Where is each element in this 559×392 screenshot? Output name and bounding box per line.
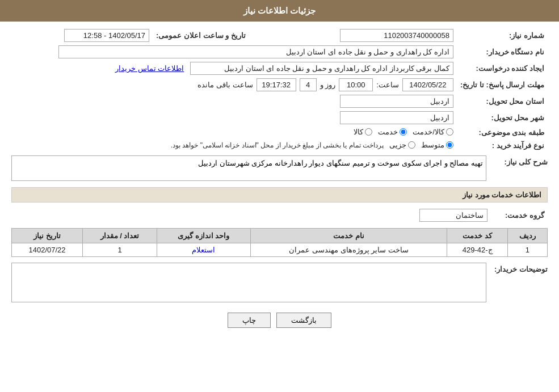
deadline-time: 10:00	[339, 78, 373, 91]
reference-number-label: شماره نیاز:	[457, 27, 548, 44]
radio-kala-input[interactable]	[365, 128, 372, 136]
deadline-row: 1402/05/22 ساعت: 10:00 روز و 4 19:17:32 …	[11, 77, 457, 93]
purchase-type-note: پرداخت تمام یا بخشی از مبلغ خریدار از مح…	[171, 141, 384, 149]
deadline-remaining: 19:17:32	[257, 78, 296, 91]
service-group-label: گروه خدمت:	[491, 207, 548, 224]
description-section: شرح کلی نیاز:	[11, 155, 548, 183]
cell-unit: استعلام	[157, 243, 250, 257]
main-content: شماره نیاز: 1102003740000058 تاریخ و ساع…	[0, 22, 559, 339]
creator-box: کمال برقی کاربرداز اداره کل راهداری و حم…	[190, 62, 453, 75]
col-need-date: تاریخ نیاز	[12, 229, 83, 243]
col-unit: واحد اندازه گیری	[157, 229, 250, 243]
radio-motavasset[interactable]: متوسط	[421, 141, 453, 149]
general-description-container	[11, 155, 486, 183]
date-announce-label: تاریخ و ساعت اعلان عمومی:	[153, 27, 255, 44]
radio-kala[interactable]: کالا	[354, 128, 372, 136]
category-label: طبقه بندی موضوعی:	[457, 126, 548, 139]
radio-khedmat-label: خدمت	[378, 128, 398, 136]
city-value: اردبیل	[11, 109, 457, 126]
cell-service-name: ساخت سایر پروژه‌های مهندسی عمران	[250, 243, 447, 257]
radio-motavasset-input[interactable]	[446, 141, 453, 149]
cell-need-date: 1402/07/22	[12, 243, 83, 257]
cell-quantity: 1	[83, 243, 157, 257]
province-value: اردبیل	[11, 93, 457, 109]
services-section-title: اطلاعات خدمات مورد نیاز	[11, 187, 548, 203]
general-description-textarea[interactable]	[11, 155, 486, 181]
date-announce-box: 1402/05/17 - 12:58	[64, 29, 149, 42]
radio-kala-label: کالا	[354, 128, 363, 136]
cell-row-num: 1	[507, 243, 547, 257]
buyer-org-box: اداره کل راهداری و حمل و نقل جاده ای است…	[58, 45, 453, 58]
cell-service-code: ج-42-429	[447, 243, 507, 257]
deadline-label: مهلت ارسال پاسخ: تا تاریخ:	[457, 77, 548, 93]
services-table: ردیف کد خدمت نام خدمت واحد اندازه گیری ت…	[11, 228, 548, 257]
deadline-time-label: ساعت:	[376, 81, 399, 89]
deadline-date: 1402/05/22	[402, 78, 453, 91]
radio-kala-khedmat-input[interactable]	[446, 128, 453, 136]
radio-khedmat[interactable]: خدمت	[378, 128, 407, 136]
info-section: شماره نیاز: 1102003740000058 تاریخ و ساع…	[11, 27, 548, 152]
purchase-type-row: متوسط جزیی پرداخت تمام یا بخشی از مبلغ خ…	[11, 139, 457, 152]
deadline-days-label: روز و	[320, 81, 336, 89]
buyer-org-value: اداره کل راهداری و حمل و نقل جاده ای است…	[11, 44, 457, 60]
radio-jozee-input[interactable]	[408, 141, 415, 149]
province-box: اردبیل	[340, 95, 453, 108]
category-radios: کالا/خدمت خدمت کالا	[11, 126, 457, 139]
page-title: جزئیات اطلاعات نیاز	[243, 6, 316, 15]
radio-jozee[interactable]: جزیی	[389, 141, 415, 149]
deadline-days: 4	[300, 78, 317, 91]
col-row-num: ردیف	[507, 229, 547, 243]
service-group-value: ساختمان	[11, 207, 491, 224]
page-header: جزئیات اطلاعات نیاز	[0, 0, 559, 22]
date-announce-value: 1402/05/17 - 12:58	[11, 27, 153, 44]
province-label: استان محل تحویل:	[457, 93, 548, 109]
table-row: 1 ج-42-429 ساخت سایر پروژه‌های مهندسی عم…	[12, 243, 548, 257]
radio-jozee-label: جزیی	[389, 141, 406, 149]
deadline-remaining-label: ساعت باقی مانده	[197, 81, 253, 89]
city-label: شهر محل تحویل:	[457, 109, 548, 126]
buyer-comments-label: توضیحات خریدار:	[491, 265, 548, 273]
buyer-comments-section: توضیحات خریدار:	[11, 263, 548, 304]
back-button[interactable]: بازگشت	[276, 313, 331, 328]
purchase-type-label: نوع فرآیند خرید :	[457, 139, 548, 152]
service-group-table: گروه خدمت: ساختمان	[11, 207, 548, 224]
radio-khedmat-input[interactable]	[400, 128, 407, 136]
reference-number-value: 1102003740000058	[272, 27, 457, 44]
creator-label: ایجاد کننده درخواست:	[457, 60, 548, 77]
col-service-code: کد خدمت	[447, 229, 507, 243]
reference-number-box: 1102003740000058	[340, 29, 453, 42]
radio-kala-khedmat-label: کالا/خدمت	[413, 128, 444, 136]
radio-motavasset-label: متوسط	[421, 141, 444, 149]
print-button[interactable]: چاپ	[228, 313, 271, 328]
buyer-comments-textarea[interactable]	[11, 263, 486, 302]
col-service-name: نام خدمت	[250, 229, 447, 243]
page-wrapper: جزئیات اطلاعات نیاز شماره نیاز: 11020037…	[0, 0, 559, 392]
radio-kala-khedmat[interactable]: کالا/خدمت	[413, 128, 453, 136]
buyer-comments-container	[11, 263, 486, 304]
creator-value: کمال برقی کاربرداز اداره کل راهداری و حم…	[11, 60, 457, 77]
contact-link[interactable]: اطلاعات تماس خریدار	[115, 64, 184, 73]
general-description-label: شرح کلی نیاز:	[491, 158, 548, 166]
col-quantity: تعداد / مقدار	[83, 229, 157, 243]
city-box: اردبیل	[340, 111, 453, 124]
buyer-org-label: نام دستگاه خریدار:	[457, 44, 548, 60]
service-group-box: ساختمان	[419, 209, 487, 222]
buttons-row: بازگشت چاپ	[11, 313, 548, 328]
